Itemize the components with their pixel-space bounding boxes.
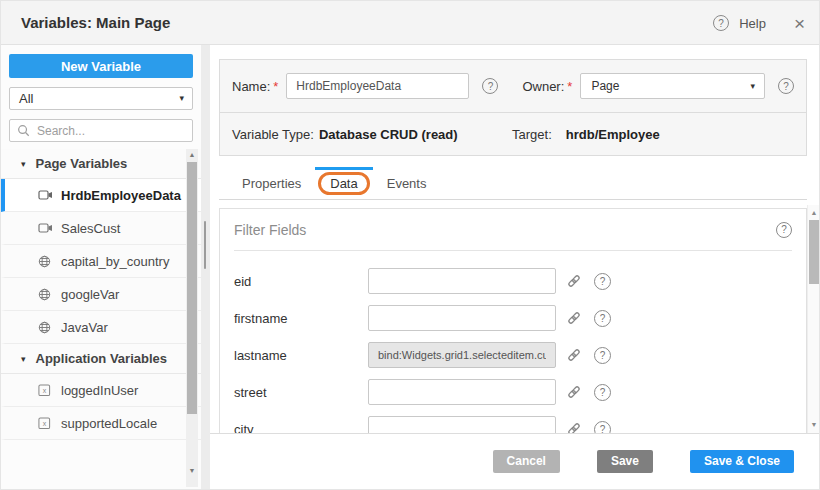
filter-row-lastname: lastname ? (234, 342, 792, 368)
field-help-icon[interactable]: ? (594, 273, 611, 290)
section-application-variables[interactable]: ▾ Application Variables (1, 344, 201, 374)
name-field[interactable] (286, 73, 469, 99)
collapse-triangle-icon: ▾ (21, 354, 26, 364)
tab-events[interactable]: Events (374, 167, 440, 199)
filter-row-firstname: firstname ? (234, 305, 792, 331)
sidebar-item-salescust[interactable]: SalesCust (1, 212, 201, 245)
dialog-title: Variables: Main Page (21, 14, 170, 31)
variable-list: ▾ Page Variables HrdbEmployeeData SalesC… (1, 149, 201, 487)
chevron-down-icon: ▾ (750, 74, 755, 98)
firstname-field[interactable] (368, 305, 556, 331)
data-tab-highlight-ring: Data (318, 172, 369, 195)
variable-summary-panel: Name: * ? Owner: * Page ▾ ? Variable Typ… (219, 59, 807, 156)
variable-label: capital_by_country (61, 254, 169, 269)
content-scrollbar-thumb[interactable] (809, 220, 819, 284)
static-variable-icon: x (38, 417, 53, 430)
cancel-button[interactable]: Cancel (493, 450, 560, 473)
help-link[interactable]: Help (739, 16, 766, 31)
variables-dialog: Variables: Main Page ? Help × New Variab… (0, 0, 820, 490)
city-field[interactable] (368, 416, 556, 433)
svg-text:x: x (43, 387, 47, 394)
scroll-up-icon[interactable]: ▲ (186, 149, 198, 161)
new-variable-button[interactable]: New Variable (9, 54, 193, 78)
sidebar-scrollbar[interactable]: ▲ ▼ (186, 149, 198, 487)
owner-select[interactable]: Page ▾ (580, 73, 765, 99)
owner-help-icon[interactable]: ? (778, 78, 794, 94)
variable-label: JavaVar (61, 320, 108, 335)
section-label: Page Variables (36, 156, 128, 171)
field-help-icon[interactable]: ? (594, 384, 611, 401)
sidebar-item-javavar[interactable]: JavaVar (1, 311, 201, 344)
sidebar-scrollbar-thumb[interactable] (187, 162, 197, 414)
variable-type-value: Database CRUD (read) (319, 127, 458, 142)
variable-label: loggedInUser (61, 383, 138, 398)
variable-label: SalesCust (61, 221, 120, 236)
web-service-variable-icon (38, 255, 53, 268)
search-input[interactable] (35, 123, 175, 139)
collapse-triangle-icon: ▾ (21, 159, 26, 169)
tab-properties[interactable]: Properties (229, 167, 314, 199)
svg-text:x: x (43, 420, 47, 427)
owner-label: Owner: (522, 79, 564, 94)
variable-search (9, 119, 193, 142)
eid-field[interactable] (368, 268, 556, 294)
save-and-close-button[interactable]: Save & Close (690, 450, 794, 473)
scroll-down-icon[interactable]: ▼ (808, 419, 820, 431)
filter-row-eid: eid ? (234, 268, 792, 294)
variable-filter-select[interactable]: All ▾ (9, 87, 193, 110)
target-label: Target: (512, 127, 552, 142)
field-help-icon[interactable]: ? (594, 310, 611, 327)
chevron-down-icon: ▾ (179, 88, 184, 109)
sidebar-item-capital-by-country[interactable]: capital_by_country (1, 245, 201, 278)
sidebar-item-googlevar[interactable]: googleVar (1, 278, 201, 311)
save-button[interactable]: Save (597, 450, 653, 473)
crud-variable-icon (38, 222, 53, 234)
filter-fields-help-icon[interactable]: ? (776, 222, 792, 238)
field-label: street (234, 385, 368, 400)
search-icon (17, 124, 30, 137)
bind-link-icon[interactable] (566, 310, 582, 326)
field-help-icon[interactable]: ? (594, 421, 611, 434)
variable-filter-value: All (19, 91, 33, 106)
bind-link-icon[interactable] (566, 273, 582, 289)
variable-type-label: Variable Type: (232, 127, 314, 142)
variables-sidebar: New Variable All ▾ ▾ Page Variables Hrdb… (1, 45, 201, 490)
filter-fields-title: Filter Fields (234, 222, 306, 238)
filter-row-city: city ? (234, 416, 792, 433)
close-icon[interactable]: × (794, 14, 805, 33)
lastname-field[interactable] (368, 342, 556, 368)
filter-row-street: street ? (234, 379, 792, 405)
web-service-variable-icon (38, 288, 53, 301)
bind-link-icon[interactable] (566, 421, 582, 433)
sidebar-item-hrdbemployeedata[interactable]: HrdbEmployeeData (1, 179, 201, 212)
variable-label: googleVar (61, 287, 119, 302)
field-label: lastname (234, 348, 368, 363)
required-marker: * (567, 79, 572, 94)
variable-detail-pane: Name: * ? Owner: * Page ▾ ? Variable Typ… (210, 45, 820, 490)
sidebar-item-loggedinuser[interactable]: x loggedInUser (1, 374, 201, 407)
required-marker: * (273, 79, 278, 94)
help-icon[interactable]: ? (713, 15, 729, 31)
divider-scrollbar-thumb[interactable] (204, 221, 206, 269)
tab-data[interactable]: Data (314, 167, 373, 199)
scroll-down-icon[interactable]: ▼ (186, 465, 198, 477)
detail-tabs: Properties Data Events (219, 167, 807, 200)
sidebar-main-divider (201, 45, 210, 490)
bind-link-icon[interactable] (566, 384, 582, 400)
data-tab-panel: Filter Fields ? eid ? firstname ? (219, 208, 807, 433)
field-label: eid (234, 274, 368, 289)
field-help-icon[interactable]: ? (594, 347, 611, 364)
variable-label: HrdbEmployeeData (61, 188, 181, 203)
static-variable-icon: x (38, 384, 53, 397)
sidebar-item-supportedlocale[interactable]: x supportedLocale (1, 407, 201, 440)
target-value: hrdb/Employee (566, 127, 660, 142)
scroll-up-icon[interactable]: ▲ (808, 207, 820, 219)
owner-value: Page (591, 79, 619, 93)
bind-link-icon[interactable] (566, 347, 582, 363)
dialog-titlebar: Variables: Main Page ? Help × (1, 1, 820, 45)
name-help-icon[interactable]: ? (482, 78, 498, 94)
street-field[interactable] (368, 379, 556, 405)
section-page-variables[interactable]: ▾ Page Variables (1, 149, 201, 179)
field-label: firstname (234, 311, 368, 326)
content-scrollbar[interactable]: ▲ ▼ (807, 205, 820, 433)
